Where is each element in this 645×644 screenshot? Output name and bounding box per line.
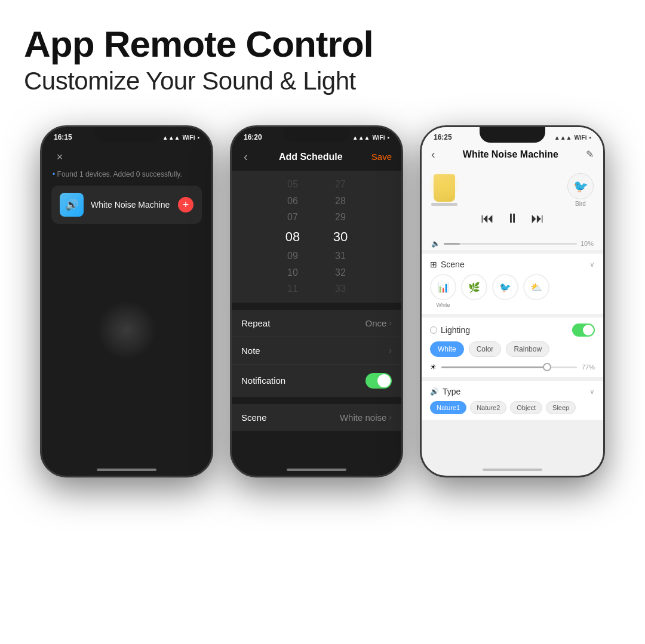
hour-10: 10 (281, 265, 305, 281)
brightness-track[interactable] (441, 366, 577, 368)
main-title: App Remote Control (24, 24, 621, 64)
scene-label: Scene (241, 412, 267, 423)
device-name: White Noise Machine (91, 200, 171, 209)
wifi-icon: WiFi (574, 134, 586, 141)
scene-icon-weather[interactable]: ⛅ (523, 274, 549, 308)
p3-back-button[interactable]: ‹ (431, 147, 435, 161)
battery-icon: ▪ (387, 134, 389, 141)
lighting-section: Lighting White Color Rainbow ☀ 77 (422, 318, 603, 377)
lamp-display (431, 174, 457, 206)
hour-05: 05 (281, 177, 305, 192)
minutes-column: 27 28 29 30 31 32 33 (328, 177, 352, 297)
phone3-screen: 16:25 ▲▲▲ WiFi ▪ ‹ White Noise Machine ✎ (422, 127, 603, 476)
add-device-button[interactable]: + (178, 197, 194, 212)
notification-label: Notification (241, 375, 285, 386)
volume-pct: 10% (580, 240, 594, 247)
brightness-row: ☀ 77% (430, 363, 595, 371)
volume-track[interactable] (444, 243, 577, 245)
phone-1: 16:15 ▲▲▲ WiFi ▪ × Found 1 devices. Adde… (40, 125, 213, 477)
notification-toggle[interactable] (366, 373, 392, 389)
bird-sound-icon: 🐦 Bird (567, 173, 594, 207)
type-title-area: 🔊 Type (430, 387, 460, 396)
min-33: 33 (328, 281, 352, 297)
p3-nav-title: White Noise Machine (463, 149, 558, 160)
brightness-pct: 77% (582, 363, 595, 371)
volume-fill (444, 243, 460, 245)
phone2-nav: ‹ Add Schedule Save (232, 144, 401, 171)
notification-row[interactable]: Notification (232, 365, 401, 397)
phone1-status-icons: ▲▲▲ WiFi ▪ (162, 134, 199, 141)
scene-section-header: ⊞ Scene ∨ (430, 260, 595, 269)
nature-scene-circle: 🌿 (461, 274, 487, 300)
hour-07: 07 (281, 209, 305, 225)
type-chevron-down: ∨ (589, 387, 595, 396)
min-27: 27 (328, 177, 352, 192)
weather-scene-circle: ⛅ (523, 274, 549, 300)
scene-block: ⊞ Scene ∨ 📊 White 🌿 🐦 (422, 254, 603, 314)
phone3-nav: ‹ White Noise Machine ✎ (422, 144, 603, 166)
found-devices-message: Found 1 devices. Added 0 successfully. (51, 170, 202, 178)
scene-value: White noise › (340, 412, 392, 423)
lighting-circle-icon (430, 326, 437, 334)
lighting-white-btn[interactable]: White (430, 341, 464, 357)
min-29: 29 (328, 209, 352, 225)
brightness-icon: ☀ (430, 363, 437, 371)
phone1-content: × Found 1 devices. Added 0 successfully.… (42, 144, 211, 229)
repeat-row[interactable]: Repeat Once › (232, 310, 401, 337)
phone3-time: 16:25 (434, 133, 452, 141)
scene-row[interactable]: Scene White noise › (232, 404, 401, 431)
p3-edit-button[interactable]: ✎ (586, 149, 594, 160)
page-header: App Remote Control Customize Your Sound … (0, 0, 645, 107)
device-row[interactable]: 🔊 White Noise Machine + (51, 186, 202, 224)
type-sleep-btn[interactable]: Sleep (546, 401, 576, 414)
lighting-title-label: Lighting (441, 325, 470, 335)
type-nature1-btn[interactable]: Nature1 (430, 401, 466, 414)
lighting-rainbow-btn[interactable]: Rainbow (506, 341, 549, 357)
sound-name-label: Bird (575, 201, 586, 207)
schedule-options: Repeat Once › Note › Notification (232, 310, 401, 397)
note-row[interactable]: Note › (232, 337, 401, 365)
circle-glow (97, 300, 156, 360)
type-icon: 🔊 (430, 387, 439, 396)
phone1-time: 16:15 (54, 133, 72, 141)
min-30-selected: 30 (328, 226, 352, 247)
close-button[interactable]: × (51, 149, 68, 165)
nav-back-button[interactable]: ‹ (241, 147, 250, 166)
scene-icon-nature[interactable]: 🌿 (461, 274, 487, 308)
phone-3: 16:25 ▲▲▲ WiFi ▪ ‹ White Noise Machine ✎ (420, 125, 605, 477)
scene-icon-white[interactable]: 📊 White (430, 274, 456, 308)
time-picker[interactable]: 05 06 07 08 09 10 11 27 28 29 30 31 32 3… (232, 171, 401, 303)
volume-row: 🔈 10% (422, 237, 603, 250)
grid-icon: ⊞ (430, 260, 437, 269)
scene-section: Scene White noise › (232, 404, 401, 431)
hour-06: 06 (281, 193, 305, 209)
brightness-knob (543, 363, 551, 371)
phone-2: 16:20 ▲▲▲ WiFi ▪ ‹ Add Schedule Save 05 … (230, 125, 403, 477)
volume-icon: 🔈 (431, 239, 440, 248)
phone1-dark-area (42, 252, 211, 408)
lighting-toggle-knob (583, 325, 594, 335)
phone3-notch (480, 127, 545, 143)
next-button[interactable]: ⏭ (531, 211, 544, 226)
battery-icon: ▪ (197, 134, 199, 141)
hours-column: 05 06 07 08 09 10 11 (281, 177, 305, 297)
lighting-header: Lighting (430, 323, 595, 337)
hour-11: 11 (281, 281, 305, 297)
type-buttons: Nature1 Nature2 Object Sleep (430, 401, 595, 414)
lighting-color-btn[interactable]: Color (469, 341, 502, 357)
phone1-notch (94, 127, 159, 143)
lighting-toggle[interactable] (572, 323, 595, 337)
prev-button[interactable]: ⏮ (481, 211, 494, 226)
nav-save-button[interactable]: Save (371, 152, 392, 162)
type-nature2-btn[interactable]: Nature2 (470, 401, 506, 414)
type-object-btn[interactable]: Object (510, 401, 542, 414)
repeat-chevron: › (389, 318, 392, 328)
signal-icon: ▲▲▲ (352, 134, 370, 141)
min-28: 28 (328, 193, 352, 209)
phone1-home-indicator (97, 469, 156, 471)
play-pause-button[interactable]: ⏸ (506, 211, 519, 226)
phone3-status-icons: ▲▲▲ WiFi ▪ (554, 134, 591, 141)
repeat-value: Once › (365, 318, 392, 328)
type-header: 🔊 Type ∨ (430, 387, 595, 396)
scene-icon-bird[interactable]: 🐦 (492, 274, 518, 308)
